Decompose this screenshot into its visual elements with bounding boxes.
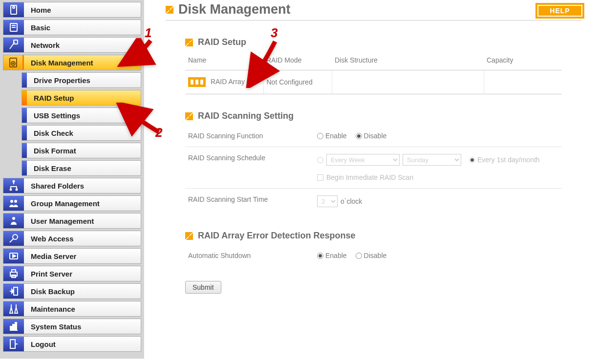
subnav-stripe <box>22 107 27 123</box>
nav-label: Group Management <box>31 199 100 208</box>
nav-user-management[interactable]: User Management <box>3 213 141 229</box>
nav-print-server[interactable]: Print Server <box>3 266 141 281</box>
subnav-disk-erase[interactable]: Disk Erase <box>21 160 141 176</box>
nav-label: Disk Backup <box>31 287 75 296</box>
submit-button[interactable]: Submit <box>185 281 221 294</box>
nav-label: Logout <box>31 340 56 348</box>
nav-label: Shared Folders <box>31 182 84 190</box>
subnav-label: Drive Properties <box>34 76 90 85</box>
begin-immediate-checkbox[interactable]: Begin Immediate RAID Scan <box>317 173 413 181</box>
nav-maintenance[interactable]: Maintenance <box>3 301 141 317</box>
disk-backup-icon <box>3 283 24 299</box>
svg-point-8 <box>13 63 14 64</box>
svg-rect-19 <box>12 270 16 272</box>
shared-folders-icon <box>3 178 24 193</box>
nav-label: Basic <box>31 23 50 32</box>
svg-rect-26 <box>15 322 17 330</box>
col-mode: RAID Mode <box>263 51 332 70</box>
nav-disk-management[interactable]: Disk Management <box>3 55 141 70</box>
svg-point-14 <box>12 217 15 220</box>
svg-point-12 <box>10 200 13 203</box>
nav-network[interactable]: Network <box>3 37 141 53</box>
section-error-title: RAID Array Error Detection Response <box>198 231 355 241</box>
subnav-stripe <box>22 90 27 106</box>
basic-icon <box>3 20 24 35</box>
network-icon <box>3 37 24 53</box>
nav-disk-backup[interactable]: Disk Backup <box>3 283 141 299</box>
col-structure: Disk Structure <box>332 51 484 70</box>
raid-structure-cell <box>332 70 484 94</box>
schedule-monthly-radio[interactable]: Every 1st day/month <box>469 156 540 164</box>
svg-point-1 <box>13 6 15 8</box>
nav-home[interactable]: Home <box>3 2 141 18</box>
help-button[interactable]: HELP <box>535 3 584 19</box>
sidebar: Home Basic Network Disk Management Drive… <box>0 0 144 359</box>
subnav-label: USB Settings <box>34 111 80 120</box>
bullet-icon <box>166 6 173 14</box>
col-capacity: Capacity <box>484 51 562 70</box>
shutdown-disable-radio[interactable]: Disable <box>356 252 387 259</box>
nav-web-access[interactable]: Web Access <box>3 231 141 246</box>
subnav-label: RAID Setup <box>34 94 74 102</box>
svg-rect-30 <box>200 80 203 85</box>
logout-icon <box>3 336 24 352</box>
scanning-start-time-label: RAID Scanning Start Time <box>185 195 317 203</box>
svg-rect-27 <box>10 340 15 348</box>
bullet-icon <box>185 112 193 120</box>
nav-label: Print Server <box>31 270 72 278</box>
subnav-raid-setup[interactable]: RAID Setup <box>21 90 141 106</box>
nav-basic[interactable]: Basic <box>3 20 141 35</box>
nav-label: System Status <box>31 322 81 331</box>
table-row: RAID Array 1 Not Configured <box>185 70 562 94</box>
subnav-stripe <box>22 160 27 176</box>
scanning-disable-radio[interactable]: Disable <box>356 132 387 140</box>
svg-rect-28 <box>191 80 193 85</box>
schedule-freq-select[interactable]: Every Week <box>326 154 400 166</box>
main-content: HELP Disk Management RAID Setup Name RAI… <box>144 0 598 359</box>
nav-label: Network <box>31 41 60 49</box>
svg-rect-29 <box>195 80 198 85</box>
svg-rect-25 <box>13 324 14 330</box>
raid-capacity-cell <box>484 70 562 94</box>
svg-marker-17 <box>13 255 16 257</box>
start-time-select[interactable]: 2 <box>317 195 338 207</box>
schedule-weekly-radio[interactable] <box>317 157 323 163</box>
shutdown-enable-radio[interactable]: Enable <box>317 252 347 259</box>
scanning-enable-radio[interactable]: Enable <box>317 132 347 140</box>
subnav-stripe <box>22 72 27 88</box>
raid-array-icon <box>188 77 206 87</box>
raid-table: Name RAID Mode Disk Structure Capacity R… <box>185 51 562 94</box>
schedule-day-select[interactable]: Sunday <box>403 154 461 166</box>
group-icon <box>3 195 24 211</box>
subnav-disk-format[interactable]: Disk Format <box>21 143 141 158</box>
svg-point-13 <box>14 200 17 203</box>
nav-label: Web Access <box>31 235 74 243</box>
nav-shared-folders[interactable]: Shared Folders <box>3 178 141 193</box>
raid-array-link[interactable]: RAID Array 1 <box>211 78 251 86</box>
raid-mode-cell: Not Configured <box>263 70 332 94</box>
web-access-icon <box>3 231 24 246</box>
nav-group-management[interactable]: Group Management <box>3 195 141 211</box>
user-icon <box>3 213 24 229</box>
page-title: Disk Management <box>178 2 291 17</box>
scanning-schedule-label: RAID Scanning Schedule <box>185 154 317 162</box>
bullet-icon <box>185 232 193 240</box>
bullet-icon <box>185 39 193 46</box>
nav-label: Media Server <box>31 252 76 260</box>
svg-rect-24 <box>10 326 12 330</box>
subnav-usb-settings[interactable]: USB Settings <box>21 107 141 123</box>
scanning-function-label: RAID Scanning Function <box>185 132 317 140</box>
subnav-drive-properties[interactable]: Drive Properties <box>21 72 141 88</box>
subnav-label: Disk Check <box>34 129 73 137</box>
subnav-disk-check[interactable]: Disk Check <box>21 125 141 141</box>
nav-system-status[interactable]: System Status <box>3 319 141 334</box>
nav-logout[interactable]: Logout <box>3 336 141 352</box>
auto-shutdown-label: Automatic Shutdown <box>185 252 317 259</box>
subnav-stripe <box>22 125 27 141</box>
subnav-label: Disk Erase <box>34 164 71 172</box>
oclock-label: o`clock <box>341 197 362 205</box>
media-server-icon <box>3 248 24 264</box>
nav-media-server[interactable]: Media Server <box>3 248 141 264</box>
subnav-stripe <box>22 143 27 158</box>
nav-label: Maintenance <box>31 305 75 313</box>
